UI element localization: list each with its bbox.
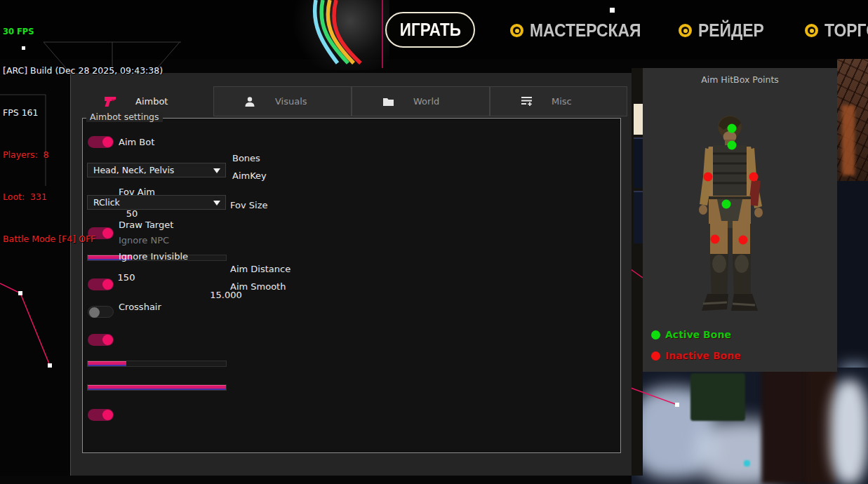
aim-smooth-label: Aim Smooth [230, 281, 286, 292]
coin-icon [679, 24, 692, 37]
menu-item-raider[interactable]: РЕЙДЕР [679, 20, 773, 41]
tab-visuals[interactable]: Visuals [213, 86, 352, 116]
hud-build-info: [ARC] Build (Dec 28 2025, 09:43:38) [3, 64, 163, 78]
active-bone-dot-icon [651, 330, 660, 340]
hud-fps: FPS 161 [3, 106, 163, 120]
legend-active-bone: Active Bone [651, 329, 731, 340]
coin-icon [805, 24, 818, 37]
folder-icon [382, 95, 394, 108]
menu-item-label: МАСТЕРСКАЯ [530, 20, 641, 41]
ignore-npc-toggle[interactable] [88, 306, 114, 318]
chevron-down-icon [213, 201, 220, 206]
hud-players: Players: 8 [3, 148, 163, 162]
coin-icon [510, 24, 523, 37]
aim-smooth-slider[interactable] [87, 384, 227, 391]
hitbox-panel-title: Aim HitBox Points [643, 74, 837, 85]
hud-loot: Loot: 331 [3, 190, 163, 204]
aimbot-settings-group: Aimbot settings Aim Bot Head, Neck, Pelv… [82, 118, 621, 453]
tab-label: World [413, 96, 439, 107]
bone-dot-active[interactable] [728, 124, 737, 133]
legend-label: Inactive Bone [665, 350, 741, 361]
legend-inactive-bone: Inactive Bone [651, 350, 741, 361]
game-screen: 30 FPS [ARC] Build (Dec 28 2025, 09:43:3… [0, 0, 868, 484]
game-main-menu: ИГРАТЬ МАСТЕРСКАЯ РЕЙДЕР ТОРГО [0, 0, 868, 60]
bone-dot-inactive[interactable] [739, 236, 748, 245]
bone-dot-inactive[interactable] [711, 235, 720, 244]
tab-misc[interactable]: Misc [490, 86, 627, 116]
aimkey-label: AimKey [232, 170, 267, 181]
hitbox-points-panel: Aim HitBox Points [643, 68, 837, 372]
fov-size-label: Fov Size [230, 200, 267, 210]
aim-distance-label: Aim Distance [230, 264, 291, 274]
crosshair-toggle[interactable] [88, 409, 114, 421]
menu-item-label: РЕЙДЕР [698, 20, 764, 41]
bone-dot-active[interactable] [722, 200, 731, 209]
draw-target-toggle[interactable] [88, 278, 114, 290]
tab-label: Misc [552, 96, 572, 107]
menu-item-label: ТОРГО [824, 20, 868, 41]
menu-item-trade[interactable]: ТОРГО [805, 20, 868, 41]
play-button[interactable]: ИГРАТЬ [385, 12, 475, 48]
person-icon [243, 95, 256, 108]
hud-battle-mode: Battle Mode [F4] OFF [3, 232, 163, 246]
ignore-invisible-toggle[interactable] [88, 334, 114, 346]
aim-distance-slider[interactable] [87, 361, 227, 367]
tab-world[interactable]: World [352, 86, 490, 116]
tab-label: Visuals [275, 96, 307, 107]
bones-label: Bones [232, 153, 260, 163]
playlist-add-icon [520, 95, 533, 108]
bone-dot-inactive[interactable] [749, 173, 759, 182]
play-button-label: ИГРАТЬ [399, 20, 460, 40]
bone-dot-inactive[interactable] [704, 173, 713, 182]
legend-label: Active Bone [665, 329, 731, 340]
menu-item-workshop[interactable]: МАСТЕРСКАЯ [510, 20, 656, 41]
chevron-down-icon [213, 168, 220, 173]
crosshair-label: Crosshair [119, 302, 161, 312]
player-model [681, 110, 800, 317]
inactive-bone-dot-icon [651, 351, 660, 361]
bone-dot-active[interactable] [728, 141, 737, 150]
